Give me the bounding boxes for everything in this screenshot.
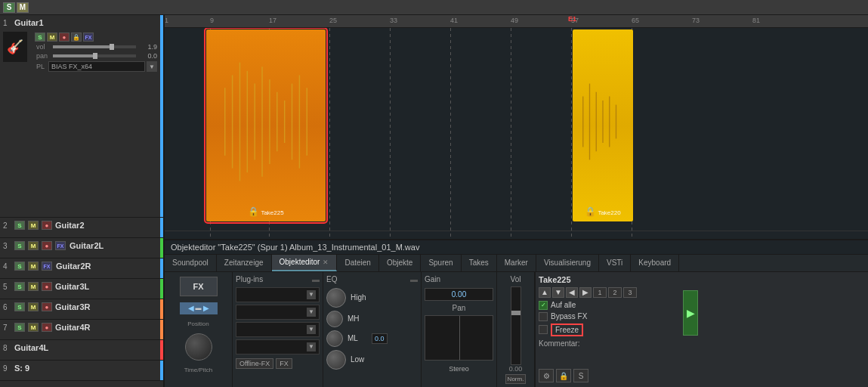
icon-s[interactable]: S <box>573 369 588 382</box>
vol-slider-1[interactable] <box>53 45 136 48</box>
plugin-arrow-2[interactable]: ▼ <box>307 308 316 317</box>
eq-knob-low[interactable] <box>326 350 346 370</box>
bypass-fx-checkbox[interactable] <box>539 312 548 321</box>
vol-slider-vert[interactable] <box>511 286 521 365</box>
tab-marker[interactable]: Marker <box>497 255 536 271</box>
mute-track-1[interactable]: M <box>47 33 57 42</box>
fx-button[interactable]: FX <box>180 277 218 296</box>
rec-track-1[interactable]: ● <box>59 33 70 42</box>
nav-num-3[interactable]: 3 <box>623 287 637 298</box>
solo-track-4[interactable]: S <box>14 262 25 271</box>
freeze-checkbox[interactable] <box>539 325 548 334</box>
nav-num-1[interactable]: 1 <box>593 287 607 298</box>
fx-track-1[interactable]: FX <box>83 33 94 42</box>
solo-track-2[interactable]: S <box>14 221 25 230</box>
nav-right[interactable]: ▶ <box>579 287 592 298</box>
tab-zeitanzeige[interactable]: Zeitanzeige <box>217 255 272 271</box>
fx-btn-small[interactable]: FX <box>276 358 292 369</box>
solo-track-5[interactable]: S <box>14 282 25 291</box>
mute-track-3[interactable]: M <box>28 241 39 250</box>
icon-link[interactable]: ⚙ <box>539 369 554 382</box>
nav-num-2[interactable]: 2 <box>608 287 622 298</box>
plugin-expand-1[interactable]: ▼ <box>147 61 157 72</box>
waveform-take220 <box>576 37 629 206</box>
plugin-arrow-4[interactable]: ▼ <box>307 342 316 351</box>
tab-spuren[interactable]: Spuren <box>421 255 461 271</box>
track-name-6: Guitar3R <box>55 302 160 311</box>
eq-knob-high[interactable] <box>326 288 346 308</box>
mute-track-2[interactable]: M <box>28 221 39 230</box>
rec-track-3[interactable]: ● <box>42 241 52 250</box>
eq-knob-ml[interactable] <box>326 330 343 347</box>
rec-track-7[interactable]: ● <box>42 323 52 332</box>
plugin-slot-2[interactable]: ▼ <box>236 305 320 320</box>
bottom-content: FX ◀ ▬ ▶ Position Time/Pitch <box>165 272 868 387</box>
grid-line-49 <box>511 28 511 239</box>
fx-track-3[interactable]: FX <box>55 241 66 250</box>
fx-section: FX ◀ ▬ ▶ Position Time/Pitch <box>165 272 233 387</box>
track-name-4: Guitar2R <box>56 262 160 271</box>
time-pitch-knob[interactable] <box>185 333 212 361</box>
solo-track-1[interactable]: S <box>35 33 45 42</box>
tab-keyboard[interactable]: Keyboard <box>631 255 679 271</box>
pan-thumb-1[interactable] <box>93 53 97 59</box>
freeze-button[interactable]: Freeze <box>551 324 583 336</box>
tab-dateien[interactable]: Dateien <box>337 255 378 271</box>
offline-fx-btn[interactable]: Offline-FX <box>236 358 273 369</box>
track-header-3: 3 S M ● FX Guitar2L <box>0 238 163 253</box>
mute-track-7[interactable]: M <box>28 323 39 332</box>
mute-track-6[interactable]: M <box>28 302 39 311</box>
content-area: 1 9 17 25 33 41 49 57 65 73 81 E1 <box>165 15 868 387</box>
pan-slider-1[interactable] <box>53 54 136 57</box>
eq-band-low: Low <box>326 350 418 370</box>
mute-track-5[interactable]: M <box>28 282 39 291</box>
nav-down[interactable]: ▼ <box>552 287 564 298</box>
vol-slider-thumb[interactable] <box>511 311 520 315</box>
tab-soundpool[interactable]: Soundpool <box>165 255 217 271</box>
tab-close-objekteditor[interactable]: ✕ <box>323 259 329 266</box>
track-num-9: 9 <box>3 364 12 373</box>
track-header-8: 8 Guitar4L <box>0 340 163 355</box>
tab-vsti[interactable]: VSTi <box>599 255 631 271</box>
plugin-arrow-3[interactable]: ▼ <box>307 325 316 334</box>
vol-thumb-1[interactable] <box>110 44 114 50</box>
timeline-mark-81: 81 <box>752 17 760 24</box>
rec-track-6[interactable]: ● <box>42 302 52 311</box>
norm-button[interactable]: Norm. <box>505 374 527 384</box>
tab-takes[interactable]: Takes <box>462 255 497 271</box>
solo-track-3[interactable]: S <box>14 241 25 250</box>
tab-objekte[interactable]: Objekte <box>379 255 421 271</box>
pan-slider-area[interactable] <box>425 315 493 361</box>
auf-alle-checkbox[interactable]: ✓ <box>539 301 548 310</box>
solo-track-6[interactable]: S <box>14 302 25 311</box>
bypass-fx-check: Bypass FX <box>539 312 637 321</box>
track-num-4: 4 <box>3 262 12 271</box>
rec-track-2[interactable]: ● <box>42 221 52 230</box>
eq-knob-mh[interactable] <box>326 311 343 327</box>
plugin-arrow-1[interactable]: ▼ <box>307 290 316 299</box>
rec-track-5[interactable]: ● <box>42 282 52 291</box>
grid-line-57 <box>571 28 572 239</box>
tab-objekteditor[interactable]: Objekteditor ✕ <box>272 255 338 271</box>
clip-take220[interactable]: 🔒 Take220 <box>573 29 633 221</box>
timeline-mark-25: 25 <box>329 17 337 24</box>
solo-track-7[interactable]: S <box>14 323 25 332</box>
play-button[interactable]: ▶ <box>683 290 698 336</box>
bottom-header-title: Objekteditor "Take225" (Spur 1) Album_13… <box>171 243 419 252</box>
vol-norm-val: 0.00 <box>509 365 523 373</box>
plugin-slot-3[interactable]: ▼ <box>236 322 320 337</box>
mute-track-4[interactable]: M <box>28 262 39 271</box>
plugin-slot-1[interactable]: ▼ <box>236 287 320 302</box>
nav-up[interactable]: ▲ <box>539 287 551 298</box>
position-arrows[interactable]: ◀ ▬ ▶ <box>180 302 218 314</box>
clip-take225[interactable]: 🔒 Take225 <box>206 29 326 221</box>
lock-btn-1[interactable]: 🔒 <box>71 33 82 42</box>
fx-track-4[interactable]: FX <box>42 262 52 271</box>
nav-left[interactable]: ◀ <box>566 287 578 298</box>
icon-lock[interactable]: 🔒 <box>556 369 571 382</box>
tab-visualisierung[interactable]: Visualisierung <box>536 255 599 271</box>
plugin-slot-4[interactable]: ▼ <box>236 339 320 354</box>
track-color-3 <box>160 238 163 258</box>
mute-button[interactable]: M <box>17 2 29 13</box>
solo-button[interactable]: S <box>3 2 15 13</box>
